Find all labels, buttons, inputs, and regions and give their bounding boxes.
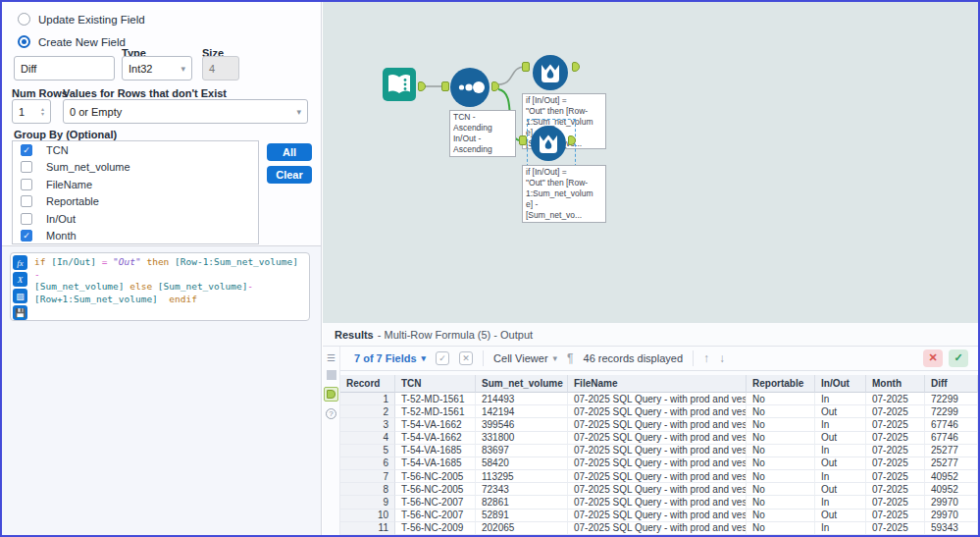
column-header-sum-net-volume[interactable]: Sum_net_volume — [476, 375, 568, 393]
workflow-canvas[interactable]: TCN - Ascending In/Out - Ascending if [I… — [323, 2, 978, 323]
variables-x-icon[interactable]: X — [13, 272, 27, 287]
num-rows-stepper[interactable]: 1 ▴▾ — [12, 99, 51, 124]
values-missing-dropdown[interactable]: 0 or Empty ▾ — [63, 99, 308, 124]
column-header-tcn[interactable]: TCN — [395, 375, 476, 393]
column-header-reportable[interactable]: Reportable — [747, 375, 815, 393]
formula-token: [Sum_net_volume] — [158, 281, 248, 292]
clear-button[interactable]: Clear — [267, 166, 312, 184]
results-subtitle: - Multi-Row Formula (5) - Output — [378, 329, 533, 341]
table-cell: In — [815, 393, 866, 405]
radio-label: Create New Field — [38, 36, 126, 48]
table-cell: 202065 — [476, 522, 568, 535]
formula-token: endif — [158, 294, 197, 304]
cell-viewer-dropdown[interactable]: Cell Viewer ▾ — [493, 352, 557, 364]
deselect-checkbox-icon[interactable]: ✕ — [459, 351, 473, 365]
radio-selected-icon — [18, 35, 30, 48]
table-cell: T-54-VA-1685 — [395, 457, 476, 470]
table-cell: Out — [815, 457, 866, 470]
column-header-in-out[interactable]: In/Out — [815, 375, 866, 393]
radio-icon — [18, 13, 30, 26]
group-by-item[interactable]: Reportable — [13, 193, 258, 211]
sort-annotation[interactable]: TCN - Ascending In/Out - Ascending — [449, 110, 516, 157]
record-number-cell: 5 — [340, 445, 395, 457]
group-by-item[interactable]: ✓TCN — [13, 141, 258, 159]
checkbox-checked-icon[interactable]: ✓ — [21, 230, 32, 242]
table-cell: Out — [815, 432, 866, 445]
save-expression-icon[interactable]: 💾 — [13, 305, 27, 320]
formula-text[interactable]: if [In/Out] = "Out" then [Row-1:Sum_net_… — [30, 253, 309, 320]
results-table: RecordTCNSum_net_volumeFileNameReportabl… — [340, 375, 978, 535]
arrow-up-icon[interactable]: ↑ — [703, 351, 709, 365]
table-cell: No — [747, 470, 815, 483]
checkbox-unchecked-icon[interactable] — [21, 161, 32, 173]
chevron-down-icon: ▾ — [553, 353, 558, 363]
multi-row-formula-tool-2[interactable] — [530, 125, 567, 166]
column-header-diff[interactable]: Diff — [925, 375, 978, 393]
close-results-button[interactable]: ✕ — [923, 349, 943, 367]
table-cell: 331800 — [476, 432, 568, 445]
input-data-tool[interactable] — [382, 67, 417, 106]
functions-fx-icon[interactable]: fx — [13, 255, 27, 270]
column-header-record[interactable]: Record — [340, 375, 395, 393]
output-anchor-tab-active[interactable] — [324, 387, 338, 402]
table-cell: Out — [815, 405, 866, 418]
table-cell: 58420 — [476, 457, 568, 470]
config-list-icon[interactable]: ☰ — [326, 352, 336, 363]
field-name-value: Diff — [21, 63, 36, 75]
radio-create-new-field[interactable]: Create New Field — [18, 35, 126, 48]
whitespace-pilcrow-icon[interactable]: ¶ — [567, 351, 573, 365]
apply-button[interactable]: ✓ — [949, 349, 968, 367]
select-all-checkbox-icon[interactable]: ✓ — [436, 351, 449, 365]
cell-viewer-label: Cell Viewer — [493, 352, 547, 364]
checkbox-unchecked-icon[interactable] — [21, 195, 32, 207]
connection-sort-to-mrf1 — [498, 67, 525, 84]
group-by-item[interactable]: Sum_net_volume — [13, 159, 258, 177]
stepper-arrows-icon[interactable]: ▴▾ — [41, 107, 44, 117]
fields-dropdown[interactable]: 7 of 7 Fields ▾ — [354, 352, 426, 364]
radio-label: Update Existing Field — [38, 14, 145, 26]
multi-row-formula-icon — [530, 125, 567, 162]
mrf2-annotation[interactable]: if [In/Out] = "Out" then [Row- 1:Sum_net… — [522, 165, 606, 223]
sort-tool[interactable] — [449, 67, 490, 112]
new-field-name-input[interactable]: Diff — [14, 56, 115, 81]
column-header-month[interactable]: Month — [866, 375, 925, 393]
formula-editor[interactable]: fx X ▨ 💾 if [In/Out] = "Out" then [Row-1… — [10, 252, 310, 321]
table-cell: 07-2025 — [866, 483, 925, 496]
connection-wires — [323, 2, 978, 323]
table-cell: No — [747, 405, 815, 418]
size-input: 4 — [202, 56, 239, 81]
group-by-list: ✓TCNSum_net_volumeFileNameReportableIn/O… — [12, 140, 259, 244]
group-by-item-label: TCN — [46, 144, 69, 156]
table-cell: T-56-NC-2009 — [395, 522, 476, 535]
radio-update-existing-field[interactable]: Update Existing Field — [18, 13, 145, 26]
checkbox-unchecked-icon[interactable] — [21, 179, 32, 190]
group-by-label: Group By (Optional) — [14, 129, 117, 140]
formula-token: if — [34, 256, 51, 267]
group-by-item[interactable]: FileName — [13, 176, 258, 193]
table-cell: 399546 — [476, 418, 568, 431]
table-cell: 07-2025 — [866, 510, 925, 522]
formula-token: [Row+1:Sum_net_volume] — [34, 294, 158, 304]
table-cell: 67746 — [925, 432, 978, 445]
table-cell: No — [747, 418, 815, 431]
table-cell: 07-2025 — [866, 393, 925, 405]
group-by-item[interactable]: In/Out — [13, 210, 258, 228]
multi-row-formula-tool-1[interactable] — [532, 54, 569, 95]
all-button[interactable]: All — [267, 143, 312, 161]
table-cell: 83697 — [476, 445, 568, 457]
table-cell: 72343 — [476, 483, 568, 496]
table-cell: 29970 — [925, 496, 978, 509]
num-rows-value: 1 — [19, 106, 25, 118]
column-header-filename[interactable]: FileName — [568, 375, 747, 393]
type-dropdown[interactable]: Int32 ▾ — [122, 56, 192, 81]
help-icon[interactable]: ? — [326, 408, 336, 419]
recent-expressions-icon[interactable]: ▨ — [13, 289, 27, 303]
table-cell: In — [815, 418, 866, 431]
group-by-item[interactable]: ✓Month — [13, 228, 258, 245]
checkbox-checked-icon[interactable]: ✓ — [21, 144, 32, 156]
checkbox-unchecked-icon[interactable] — [21, 213, 32, 225]
profile-icon[interactable] — [327, 370, 336, 380]
table-cell: 25277 — [925, 457, 978, 470]
record-number-cell: 1 — [340, 393, 395, 405]
arrow-down-icon[interactable]: ↓ — [719, 351, 725, 365]
